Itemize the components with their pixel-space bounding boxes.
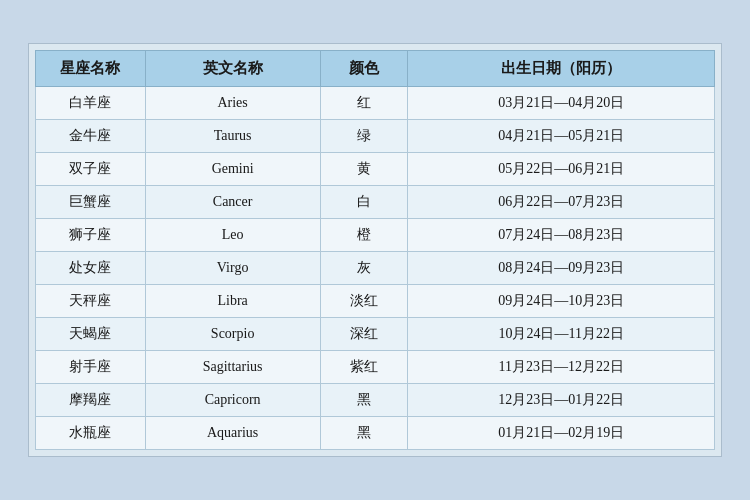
cell-color: 淡红 bbox=[320, 285, 408, 318]
cell-chinese: 射手座 bbox=[36, 351, 146, 384]
table-row: 双子座Gemini黄05月22日—06月21日 bbox=[36, 153, 715, 186]
cell-chinese: 处女座 bbox=[36, 252, 146, 285]
zodiac-table: 星座名称 英文名称 颜色 出生日期（阳历） 白羊座Aries红03月21日—04… bbox=[35, 50, 715, 450]
header-date: 出生日期（阳历） bbox=[408, 51, 715, 87]
table-row: 处女座Virgo灰08月24日—09月23日 bbox=[36, 252, 715, 285]
table-row: 天秤座Libra淡红09月24日—10月23日 bbox=[36, 285, 715, 318]
cell-chinese: 摩羯座 bbox=[36, 384, 146, 417]
cell-date: 07月24日—08月23日 bbox=[408, 219, 715, 252]
cell-color: 黑 bbox=[320, 417, 408, 450]
table-row: 射手座Sagittarius紫红11月23日—12月22日 bbox=[36, 351, 715, 384]
cell-color: 深红 bbox=[320, 318, 408, 351]
cell-chinese: 狮子座 bbox=[36, 219, 146, 252]
table-row: 金牛座Taurus绿04月21日—05月21日 bbox=[36, 120, 715, 153]
table-row: 狮子座Leo橙07月24日—08月23日 bbox=[36, 219, 715, 252]
cell-chinese: 金牛座 bbox=[36, 120, 146, 153]
cell-date: 08月24日—09月23日 bbox=[408, 252, 715, 285]
cell-english: Libra bbox=[145, 285, 320, 318]
cell-color: 红 bbox=[320, 87, 408, 120]
cell-english: Capricorn bbox=[145, 384, 320, 417]
header-chinese: 星座名称 bbox=[36, 51, 146, 87]
table-row: 天蝎座Scorpio深红10月24日—11月22日 bbox=[36, 318, 715, 351]
cell-chinese: 双子座 bbox=[36, 153, 146, 186]
cell-date: 09月24日—10月23日 bbox=[408, 285, 715, 318]
cell-color: 白 bbox=[320, 186, 408, 219]
cell-english: Taurus bbox=[145, 120, 320, 153]
zodiac-table-container: 星座名称 英文名称 颜色 出生日期（阳历） 白羊座Aries红03月21日—04… bbox=[28, 43, 722, 457]
cell-color: 黄 bbox=[320, 153, 408, 186]
cell-english: Sagittarius bbox=[145, 351, 320, 384]
cell-chinese: 天秤座 bbox=[36, 285, 146, 318]
header-color: 颜色 bbox=[320, 51, 408, 87]
table-row: 白羊座Aries红03月21日—04月20日 bbox=[36, 87, 715, 120]
table-row: 巨蟹座Cancer白06月22日—07月23日 bbox=[36, 186, 715, 219]
table-header-row: 星座名称 英文名称 颜色 出生日期（阳历） bbox=[36, 51, 715, 87]
cell-date: 12月23日—01月22日 bbox=[408, 384, 715, 417]
cell-english: Gemini bbox=[145, 153, 320, 186]
cell-chinese: 巨蟹座 bbox=[36, 186, 146, 219]
cell-date: 10月24日—11月22日 bbox=[408, 318, 715, 351]
cell-english: Cancer bbox=[145, 186, 320, 219]
cell-date: 06月22日—07月23日 bbox=[408, 186, 715, 219]
cell-date: 03月21日—04月20日 bbox=[408, 87, 715, 120]
cell-color: 绿 bbox=[320, 120, 408, 153]
cell-english: Aries bbox=[145, 87, 320, 120]
cell-date: 04月21日—05月21日 bbox=[408, 120, 715, 153]
cell-color: 灰 bbox=[320, 252, 408, 285]
cell-date: 11月23日—12月22日 bbox=[408, 351, 715, 384]
cell-english: Aquarius bbox=[145, 417, 320, 450]
cell-color: 黑 bbox=[320, 384, 408, 417]
table-row: 水瓶座Aquarius黑01月21日—02月19日 bbox=[36, 417, 715, 450]
cell-chinese: 水瓶座 bbox=[36, 417, 146, 450]
cell-color: 橙 bbox=[320, 219, 408, 252]
cell-color: 紫红 bbox=[320, 351, 408, 384]
cell-english: Scorpio bbox=[145, 318, 320, 351]
cell-date: 05月22日—06月21日 bbox=[408, 153, 715, 186]
cell-english: Virgo bbox=[145, 252, 320, 285]
cell-chinese: 天蝎座 bbox=[36, 318, 146, 351]
header-english: 英文名称 bbox=[145, 51, 320, 87]
table-row: 摩羯座Capricorn黑12月23日—01月22日 bbox=[36, 384, 715, 417]
cell-chinese: 白羊座 bbox=[36, 87, 146, 120]
cell-english: Leo bbox=[145, 219, 320, 252]
cell-date: 01月21日—02月19日 bbox=[408, 417, 715, 450]
